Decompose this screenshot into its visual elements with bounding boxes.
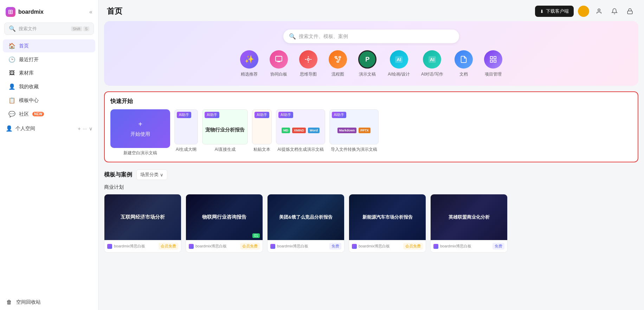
user-avatar[interactable]: [578, 6, 589, 17]
logo-group: boardmix: [6, 7, 44, 17]
search-bar[interactable]: 🔍 搜索文件 Shift S: [4, 22, 94, 35]
add-space-btn[interactable]: +: [78, 126, 80, 131]
template-grid: 互联网经济市场分析 boardmix博思白板 会员免费 物联网行业咨询报告: [104, 194, 638, 253]
download-btn-label: 下载客户端: [546, 8, 569, 14]
hero-cat-mindmap[interactable]: 思维导图: [299, 50, 317, 77]
templates-title: 模板与案例: [104, 171, 132, 179]
sidebar-collapse-btn[interactable]: «: [89, 9, 92, 15]
hero-search-icon: 🔍: [289, 33, 296, 40]
svg-rect-10: [494, 60, 496, 62]
source-name-3: boardmix博思白板: [277, 244, 308, 249]
ai-outline-label: AI生成大纲: [174, 144, 198, 153]
svg-rect-2: [276, 56, 282, 61]
quick-start-box: 快速开始 + 开始使用 新建空白演示文稿 AI助手: [104, 91, 638, 162]
ai-draw-label: AI绘画/设计: [388, 71, 410, 77]
template-source-4: boardmix博思白板: [352, 244, 390, 249]
template-source-1: boardmix博思白板: [107, 244, 145, 249]
hero-cat-docs[interactable]: 文档: [455, 50, 473, 77]
person-icon: 👤: [6, 125, 13, 132]
sidebar-logo-area: boardmix «: [0, 4, 98, 22]
nav-recent[interactable]: 🕒 最近打开: [3, 53, 95, 66]
hero-cat-ai-draw[interactable]: AI AI绘画/设计: [388, 50, 410, 77]
templates-header: 模板与案例 场景分类 ∨: [104, 169, 638, 180]
nav-templates-label: 模板中心: [19, 97, 39, 104]
quick-card-import[interactable]: AI助手 Markdown PPTX 导入文件转换为演示文稿: [329, 109, 379, 156]
ai-outline-preview: [183, 123, 189, 137]
hero-cat-project[interactable]: 项目管理: [484, 50, 502, 77]
template-card-4[interactable]: 新能源汽车市场分析报告 boardmix博思白板 会员免费: [349, 194, 426, 253]
template-source-2: boardmix博思白板: [189, 244, 227, 249]
hero-cat-presentation[interactable]: P 演示文稿: [358, 50, 376, 77]
template-card-2[interactable]: 物联网行业咨询报告 01 boardmix博思白板 会员免费: [186, 194, 263, 253]
quick-card-new-blank[interactable]: + 开始使用 新建空白演示文稿: [110, 109, 170, 156]
svg-rect-4: [335, 57, 337, 58]
svg-rect-1: [627, 11, 632, 14]
ai-doc-label: AI提炼文档生成演示文稿: [276, 144, 325, 153]
scene-filter-btn[interactable]: 场景分类 ∨: [136, 169, 167, 180]
template-badge-5: 免费: [492, 243, 504, 250]
quick-card-ai-doc[interactable]: AI助手 MD XMIND Word AI提炼文档生成演示文稿: [276, 109, 325, 156]
nav-community-label: 社区: [19, 111, 29, 117]
nav-assets-label: 素材库: [19, 70, 34, 76]
hero-cat-featured[interactable]: ✨ 精选推荐: [240, 50, 258, 77]
expand-space-btn[interactable]: ∨: [89, 126, 92, 131]
download-client-btn[interactable]: ⬇ 下载客户端: [535, 6, 574, 17]
search-shortcut: Shift S: [71, 26, 89, 31]
import-label: 导入文件转换为演示文稿: [329, 144, 379, 153]
source-logo-5: [433, 244, 438, 249]
template-card-1[interactable]: 互联网经济市场分析 boardmix博思白板 会员免费: [104, 194, 181, 253]
import-badge: AI助手: [332, 112, 346, 118]
template-source-3: boardmix博思白板: [270, 244, 308, 249]
template-badge-2: 会员免费: [240, 243, 260, 250]
hero-search[interactable]: 🔍 搜索文件、模板、案例: [283, 30, 459, 43]
templates-icon: 📋: [8, 97, 15, 104]
template-info-1: boardmix博思白板 会员免费: [104, 240, 181, 252]
quick-start-grid: + 开始使用 新建空白演示文稿 AI助手 AI生: [110, 109, 632, 156]
svg-rect-8: [494, 57, 496, 59]
page-title: 首页: [107, 6, 122, 17]
shortcut-shift: Shift: [71, 26, 82, 31]
quick-card-paste[interactable]: AI助手 粘贴文本: [252, 109, 272, 156]
nav-community[interactable]: 💬 社区 NEW: [3, 108, 95, 121]
favorites-icon: 👤: [8, 83, 15, 90]
source-logo-1: [107, 244, 112, 249]
nav-templates[interactable]: 📋 模板中心: [3, 94, 95, 107]
hero-cat-whiteboard[interactable]: 协同白板: [270, 50, 288, 77]
nav-assets[interactable]: 🖼 素材库: [3, 67, 95, 79]
header-actions: ⬇ 下载客户端: [535, 6, 636, 17]
template-card-5[interactable]: 英雄联盟商业化分析 boardmix博思白板 免费: [430, 194, 508, 253]
nav-favorites[interactable]: 👤 我的收藏: [3, 80, 95, 93]
more-space-btn[interactable]: ···: [83, 126, 87, 131]
ai-direct-badge: AI助手: [205, 112, 219, 118]
nav-home[interactable]: 🏠 首页: [3, 39, 95, 52]
ai-write-label: AI对话/写作: [421, 71, 443, 77]
recent-icon: 🕒: [8, 56, 15, 63]
hero-section: 🔍 搜索文件、模板、案例 ✨ 精选推荐 协同白板 思维导图: [104, 21, 638, 86]
template-thumb-2: 物联网行业咨询报告 01: [186, 194, 263, 240]
profile-icon-btn[interactable]: [593, 6, 605, 17]
new-blank-plus-icon: +: [138, 120, 142, 128]
docs-icon: [455, 50, 473, 69]
app-logo-icon: [6, 7, 15, 17]
whiteboard-icon: [270, 50, 288, 69]
templates-section: 模板与案例 场景分类 ∨ 商业计划 互联网经济市场分析 boa: [104, 169, 638, 253]
search-icon: 🔍: [9, 25, 16, 32]
ai-direct-preview: 宠物行业分析报告: [202, 124, 247, 136]
quick-card-ai-direct[interactable]: AI助手 宠物行业分析报告 AI直接生成: [202, 109, 248, 156]
template-thumb-5: 英雄联盟商业化分析: [431, 194, 507, 240]
import-preview: Markdown PPTX: [335, 125, 373, 136]
shortcut-s: S: [83, 26, 89, 31]
featured-label: 精选推荐: [241, 71, 258, 77]
template-badge-4: 会员免费: [403, 243, 423, 250]
template-card-3[interactable]: 美团&饿了么竞品分析报告 boardmix博思白板 免费: [267, 194, 344, 253]
hero-cat-flowchart[interactable]: 流程图: [329, 50, 347, 77]
settings-btn[interactable]: [624, 6, 636, 17]
template-info-3: boardmix博思白板 免费: [268, 240, 344, 252]
hero-cat-ai-write[interactable]: AI AI对话/写作: [421, 50, 443, 77]
nav-home-label: 首页: [19, 43, 29, 49]
nav-trash[interactable]: 🗑 空间回收站: [3, 299, 95, 305]
notification-btn[interactable]: [609, 6, 620, 17]
docs-label: 文档: [459, 71, 468, 77]
quick-start-section: 快速开始 + 开始使用 新建空白演示文稿 AI助手: [104, 91, 638, 162]
quick-card-ai-outline[interactable]: AI助手 AI生成大纲: [174, 109, 198, 156]
